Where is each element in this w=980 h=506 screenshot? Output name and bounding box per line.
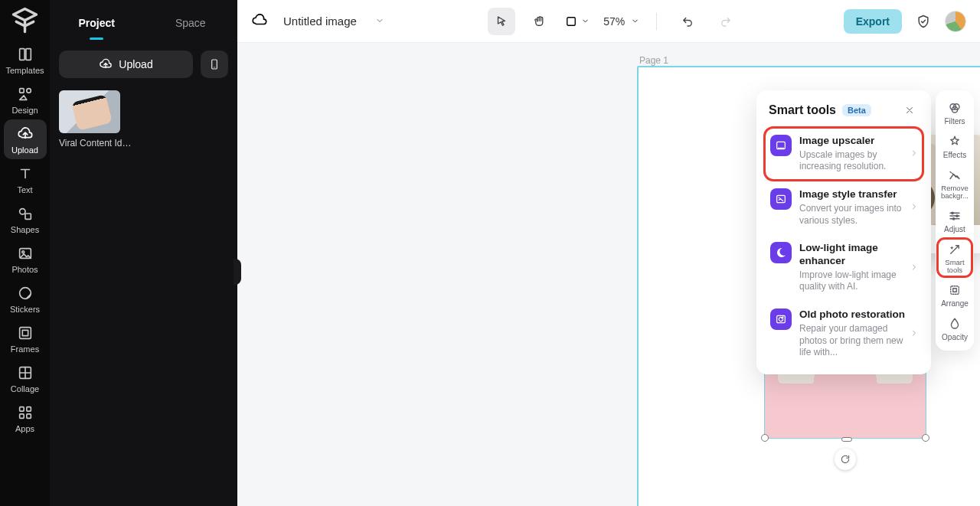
- side-panel: Project Space Upload Viral Content Ideas…: [50, 0, 237, 506]
- prop-smart-tools-label: Smart tools: [937, 259, 972, 274]
- svg-rect-5: [25, 214, 31, 219]
- prop-opacity-label: Opacity: [942, 333, 968, 341]
- resize-handle-bl[interactable]: [761, 434, 769, 442]
- export-button[interactable]: Export: [844, 9, 902, 34]
- tool-title: Image style transfer: [799, 188, 917, 201]
- nav-text-label: Text: [17, 185, 32, 194]
- svg-rect-10: [22, 330, 28, 335]
- svg-rect-30: [951, 286, 959, 295]
- upscaler-icon: [770, 135, 792, 156]
- tab-space[interactable]: Space: [144, 17, 238, 40]
- tool-old-photo[interactable]: Old photo restoration Repair your damage…: [764, 301, 923, 367]
- panel-collapse-handle[interactable]: [234, 259, 241, 285]
- svg-point-3: [26, 89, 31, 93]
- tool-image-upscaler[interactable]: Image upscaler Upscale images by increas…: [764, 127, 923, 181]
- tool-title: Old photo restoration: [799, 308, 917, 322]
- prop-smart-tools[interactable]: Smart tools: [937, 238, 972, 277]
- topbar-divider: [656, 13, 657, 30]
- restoration-icon: [770, 308, 792, 330]
- tool-desc: Upscale images by increasing resolution.: [799, 149, 917, 173]
- canvas-size-menu[interactable]: [564, 15, 590, 28]
- device-upload-button[interactable]: [201, 51, 228, 78]
- low-light-icon: [770, 242, 792, 263]
- redo-button[interactable]: [712, 8, 740, 35]
- prop-opacity[interactable]: Opacity: [937, 312, 972, 344]
- nav-stickers-label: Stickers: [10, 305, 40, 314]
- nav-stickers[interactable]: Stickers: [4, 279, 47, 318]
- tool-style-transfer[interactable]: Image style transfer Convert your images…: [764, 181, 923, 234]
- page-label: Page 1: [639, 55, 668, 66]
- prop-effects[interactable]: Effects: [937, 130, 972, 162]
- svg-rect-31: [953, 289, 957, 292]
- nav-design-label: Design: [11, 106, 38, 115]
- cloud-sync-icon[interactable]: [251, 11, 268, 31]
- chevron-right-icon: [910, 261, 919, 275]
- nav-apps[interactable]: Apps: [4, 398, 47, 438]
- style-transfer-icon: [770, 188, 792, 210]
- svg-rect-15: [26, 414, 31, 419]
- svg-rect-0: [19, 49, 24, 60]
- panel-tabs: Project Space: [50, 0, 237, 40]
- hand-tool[interactable]: [526, 8, 554, 35]
- rotate-handle[interactable]: [835, 449, 856, 470]
- tool-low-light[interactable]: Low-light image enhancer Improve low-lig…: [764, 234, 923, 301]
- prop-remove-bg-label: Remove backgr...: [937, 184, 972, 200]
- svg-point-4: [19, 209, 24, 214]
- nav-photos[interactable]: Photos: [4, 239, 47, 279]
- svg-rect-18: [567, 17, 576, 25]
- svg-rect-14: [19, 414, 24, 419]
- avatar[interactable]: [945, 11, 966, 32]
- prop-adjust[interactable]: Adjust: [937, 204, 972, 237]
- upload-button-label: Upload: [119, 58, 152, 70]
- prop-filters-label: Filters: [944, 117, 965, 126]
- tool-desc: Convert your images into various styles.: [799, 203, 917, 227]
- prop-remove-bg[interactable]: Remove backgr...: [937, 164, 972, 203]
- cursor-tool[interactable]: [488, 8, 515, 35]
- svg-point-29: [952, 217, 954, 219]
- chevron-right-icon: [910, 327, 919, 341]
- undo-button[interactable]: [674, 8, 701, 35]
- smart-tools-popover: Smart tools Beta Image upscaler Upscale …: [756, 90, 931, 374]
- prop-adjust-label: Adjust: [944, 225, 965, 233]
- asset-thumbnail: [59, 90, 120, 133]
- nav-design[interactable]: Design: [4, 80, 47, 119]
- nav-frames[interactable]: Frames: [4, 318, 47, 358]
- nav-apps-label: Apps: [15, 424, 34, 433]
- nav-photos-label: Photos: [11, 265, 38, 274]
- nav-templates[interactable]: Templates: [4, 40, 47, 80]
- zoom-control[interactable]: 57%: [600, 15, 639, 28]
- nav-text[interactable]: Text: [4, 159, 47, 199]
- shield-icon[interactable]: [913, 11, 934, 32]
- prop-arrange-label: Arrange: [941, 299, 969, 308]
- tool-title: Image upscaler: [799, 135, 917, 148]
- beta-badge: Beta: [842, 104, 871, 116]
- nav-frames-label: Frames: [11, 344, 39, 354]
- nav-collage-label: Collage: [11, 384, 39, 393]
- popover-title: Smart tools: [769, 103, 836, 117]
- canvas[interactable]: Page 1: [237, 43, 980, 506]
- svg-rect-2: [19, 89, 24, 93]
- tab-project[interactable]: Project: [50, 17, 144, 40]
- nav-collage[interactable]: Collage: [4, 358, 47, 398]
- nav-templates-label: Templates: [5, 66, 44, 75]
- zoom-value: 57%: [600, 15, 628, 28]
- resize-handle-br[interactable]: [922, 434, 929, 442]
- prop-arrange[interactable]: Arrange: [937, 279, 972, 311]
- asset-caption: Viral Content Ideas(3...: [59, 138, 132, 149]
- upload-button[interactable]: Upload: [59, 51, 193, 78]
- svg-point-28: [956, 215, 958, 217]
- export-button-label: Export: [856, 15, 890, 28]
- chevron-right-icon: [910, 201, 919, 214]
- document-title[interactable]: Untitled image: [283, 15, 357, 28]
- topbar: Untitled image 57%: [237, 0, 980, 43]
- svg-rect-13: [26, 407, 31, 412]
- asset-item[interactable]: Viral Content Ideas(3...: [59, 90, 132, 149]
- resize-handle-mb[interactable]: [841, 437, 852, 442]
- prop-filters[interactable]: Filters: [937, 96, 972, 129]
- app-logo[interactable]: [8, 5, 42, 35]
- popover-close-button[interactable]: [900, 101, 919, 119]
- document-title-caret-icon[interactable]: [375, 15, 384, 28]
- nav-upload[interactable]: Upload: [4, 119, 47, 159]
- svg-rect-9: [19, 328, 31, 339]
- nav-shapes[interactable]: Shapes: [4, 199, 47, 239]
